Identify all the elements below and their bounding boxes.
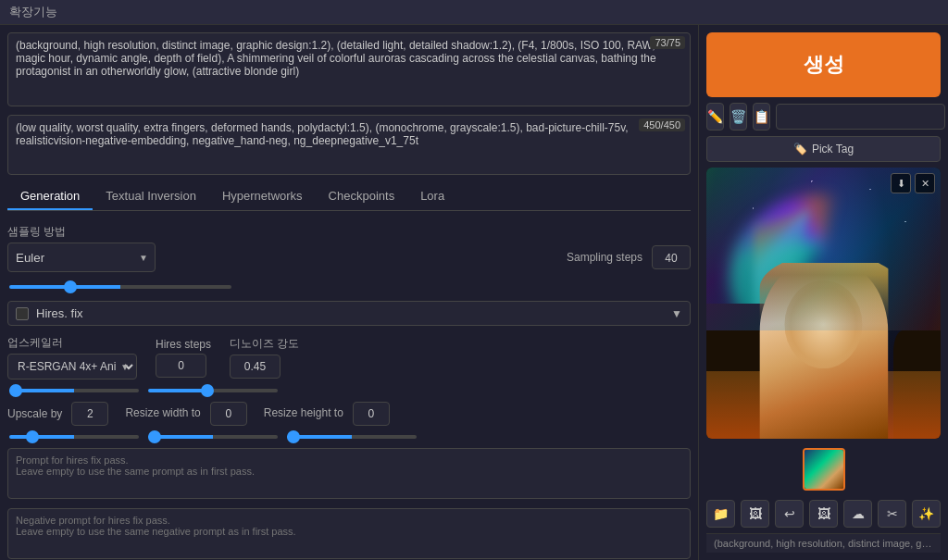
hires-label: Hires. fix xyxy=(36,306,664,320)
copy-button[interactable]: 📋 xyxy=(753,103,770,131)
right-panel: 생성 ✏️ 🗑️ 📋 ✕ ▼ xyxy=(698,25,948,560)
resize-width-input[interactable] xyxy=(210,402,247,426)
tab-textual-inversion[interactable]: Textual Inversion xyxy=(93,183,209,210)
portrait-area xyxy=(759,263,888,439)
resize-width-label: Resize width to xyxy=(125,406,200,419)
tag-input-group: ✕ ▼ ✏️ xyxy=(776,103,948,131)
positive-counter: 73/75 xyxy=(650,36,685,49)
upscaler-row: 업스케일러 R-ESRGAN 4x+ Anime R-ESRGAN 4x+ ES… xyxy=(7,335,691,380)
app-title: 확장기능 xyxy=(9,5,57,19)
star-button[interactable]: ✨ xyxy=(912,500,941,528)
close-image-button[interactable]: ✕ xyxy=(915,173,935,193)
tab-lora[interactable]: Lora xyxy=(407,183,457,210)
hires-steps-section: Hires steps xyxy=(156,338,211,378)
main-content: 73/75 (background, high resolution, dist… xyxy=(0,25,948,560)
resize-height-label: Resize height to xyxy=(264,406,343,419)
sampler-select-wrap: Euler Euler a DPM++ 2M DDIM xyxy=(7,243,156,272)
action-icons-row: ✏️ 🗑️ 📋 ✕ ▼ ✏️ xyxy=(706,103,941,131)
crop-button[interactable]: ✂ xyxy=(878,500,906,528)
hires-chevron-icon[interactable]: ▼ xyxy=(671,307,682,320)
download-image-button[interactable]: ⬇ xyxy=(891,173,911,193)
top-bar: 확장기능 xyxy=(0,0,948,25)
layers-button[interactable]: 🖼 xyxy=(809,500,838,528)
left-panel: 73/75 (background, high resolution, dist… xyxy=(0,25,698,560)
tab-generation[interactable]: Generation xyxy=(7,183,93,210)
trash-icon: 🗑️ xyxy=(730,109,746,124)
pencil-icon: ✏️ xyxy=(707,109,723,124)
upscaler-select-wrap: R-ESRGAN 4x+ Anime R-ESRGAN 4x+ ESRGAN_4… xyxy=(7,354,137,380)
folder-icon: 📁 xyxy=(713,506,729,521)
steps-value: 40 xyxy=(652,245,691,269)
thumbnail-item[interactable] xyxy=(803,448,845,491)
generate-button[interactable]: 생성 xyxy=(706,32,941,97)
pick-tag-icon: 🏷️ xyxy=(793,143,807,156)
upscale-by-label: Upscale by xyxy=(7,407,62,420)
cloud-icon: ☁ xyxy=(852,506,865,521)
hires-steps-label: Hires steps xyxy=(156,338,211,351)
denoising-label: 디노이즈 강도 xyxy=(230,336,299,352)
hires-steps-input[interactable] xyxy=(156,354,206,378)
hires-checkbox[interactable] xyxy=(16,307,29,320)
star-icon: ✨ xyxy=(918,506,934,521)
image-action-buttons: 📁 🖼 ↩ 🖼 ☁ ✂ ✨ xyxy=(706,500,941,528)
send-img-button[interactable]: 🖼 xyxy=(741,500,769,528)
rotate-icon: ↩ xyxy=(784,506,795,521)
upscale-by-slider[interactable] xyxy=(9,435,139,439)
resize-width-slider[interactable] xyxy=(148,435,278,439)
hires-fix-row: Hires. fix ▼ xyxy=(7,301,691,326)
upscaler-label: 업스케일러 xyxy=(7,335,137,351)
hires-prompt-textarea[interactable] xyxy=(7,448,691,499)
trash-button[interactable]: 🗑️ xyxy=(730,103,747,131)
thumbnail-row xyxy=(706,444,941,494)
send-img-icon: 🖼 xyxy=(749,506,762,521)
denoising-section: 디노이즈 강도 xyxy=(230,336,299,379)
hires-neg-prompt-textarea[interactable] xyxy=(7,508,691,559)
upscale-by-row: Upscale by Resize width to Resize height… xyxy=(7,402,691,426)
upscale-sliders-row xyxy=(7,435,691,439)
pick-tag-label: Pick Tag xyxy=(812,143,854,156)
sampling-section: 샘플링 방법 Euler Euler a DPM++ 2M DDIM Sampl… xyxy=(7,224,691,292)
hair-highlight xyxy=(759,263,888,325)
aurora-background xyxy=(706,168,941,439)
close-icon: ✕ xyxy=(921,178,929,190)
copy-icon: 📋 xyxy=(754,109,769,124)
positive-prompt-area: 73/75 (background, high resolution, dist… xyxy=(7,32,691,109)
tag-input[interactable] xyxy=(776,104,945,130)
upscaler-section: 업스케일러 R-ESRGAN 4x+ Anime R-ESRGAN 4x+ ES… xyxy=(7,335,137,380)
tab-bar: Generation Textual Inversion Hypernetwor… xyxy=(7,183,691,211)
steps-slider[interactable] xyxy=(9,285,231,289)
crop-icon: ✂ xyxy=(887,506,898,521)
negative-prompt-area: 450/450 (low quality, worst quality, ext… xyxy=(7,115,691,178)
sampling-row: Euler Euler a DPM++ 2M DDIM Sampling ste… xyxy=(7,243,691,272)
tab-checkpoints[interactable]: Checkpoints xyxy=(316,183,408,210)
folder-button[interactable]: 📁 xyxy=(706,500,735,528)
upscaler-select[interactable]: R-ESRGAN 4x+ Anime R-ESRGAN 4x+ ESRGAN_4… xyxy=(7,354,137,380)
app-container: 확장기능 73/75 (background, high resolution,… xyxy=(0,0,948,560)
sampler-select[interactable]: Euler Euler a DPM++ 2M DDIM xyxy=(7,243,156,272)
upscale-by-input[interactable] xyxy=(71,402,108,426)
steps-label: Sampling steps xyxy=(567,251,642,264)
download-icon: ⬇ xyxy=(897,178,905,190)
resize-height-slider[interactable] xyxy=(287,435,417,439)
negative-counter: 450/450 xyxy=(639,118,685,131)
bottom-prompt-strip: (background, high resolution, distinct i… xyxy=(706,533,941,553)
image-display: ⬇ ✕ xyxy=(706,168,941,439)
denoising-slider[interactable] xyxy=(148,389,278,392)
pick-tag-button[interactable]: 🏷️ Pick Tag xyxy=(706,136,941,162)
resize-height-input[interactable] xyxy=(353,402,390,426)
negative-prompt-input[interactable]: (low quality, worst quality, extra finge… xyxy=(7,115,691,175)
rotate-button[interactable]: ↩ xyxy=(775,500,804,528)
sampling-method-label: 샘플링 방법 xyxy=(7,224,691,240)
positive-prompt-input[interactable]: (background, high resolution, distinct i… xyxy=(7,32,691,106)
hires-sliders-row xyxy=(7,389,691,392)
image-overlay-controls: ⬇ ✕ xyxy=(891,173,935,193)
hires-steps-slider[interactable] xyxy=(9,389,139,392)
cloud-button[interactable]: ☁ xyxy=(843,500,872,528)
portrait-figure xyxy=(759,263,888,439)
denoising-input[interactable] xyxy=(230,355,281,379)
settings-panel: 샘플링 방법 Euler Euler a DPM++ 2M DDIM Sampl… xyxy=(7,224,691,559)
tab-hypernetworks[interactable]: Hypernetworks xyxy=(209,183,316,210)
pencil-button[interactable]: ✏️ xyxy=(706,103,724,131)
layers-icon: 🖼 xyxy=(817,506,830,521)
